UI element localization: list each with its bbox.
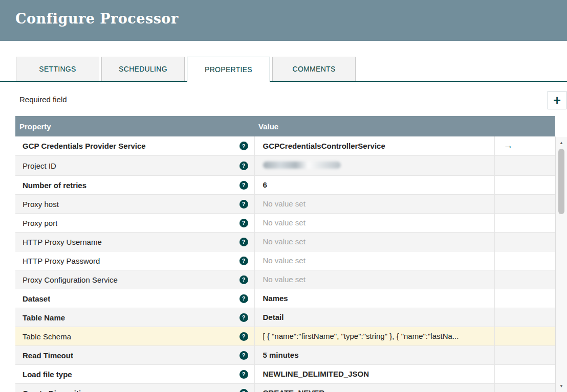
property-value[interactable]: No value set <box>263 218 306 227</box>
property-value[interactable]: No value set <box>263 237 306 246</box>
property-name: HTTP Proxy Password <box>23 257 100 265</box>
property-row[interactable]: GCP Credentials Provider Service ? GCPCr… <box>15 136 555 156</box>
tab-properties[interactable]: PROPERTIES <box>187 57 270 82</box>
property-value[interactable]: 5 minutes <box>263 351 299 359</box>
property-name: Proxy Configuration Service <box>23 275 118 284</box>
help-icon[interactable]: ? <box>239 275 248 284</box>
property-row[interactable]: Dataset ? Names <box>15 289 555 308</box>
actions-column-header <box>494 116 555 136</box>
value-column-header: Value <box>254 116 494 136</box>
property-value[interactable]: CREATE_NEVER <box>263 388 325 392</box>
property-name: Proxy port <box>23 219 57 227</box>
property-value[interactable]: Names <box>263 294 288 303</box>
help-icon[interactable]: ? <box>239 389 248 392</box>
property-name: Table Schema <box>23 332 71 341</box>
property-value[interactable]: [ { "name":"firstName", "type":"string" … <box>263 332 459 340</box>
redacted-value <box>263 162 341 169</box>
help-icon[interactable]: ? <box>239 219 248 227</box>
property-name: Load file type <box>23 370 72 379</box>
property-value[interactable]: No value set <box>263 199 306 208</box>
property-row[interactable]: Proxy host ? No value set <box>15 195 555 214</box>
required-field-label: Required field <box>19 95 67 104</box>
property-value[interactable]: Detail <box>263 313 284 321</box>
help-icon[interactable]: ? <box>239 294 248 303</box>
property-value[interactable]: No value set <box>263 275 306 284</box>
property-name: Table Name <box>23 313 65 322</box>
tab-label: SCHEDULING <box>119 65 167 73</box>
property-value[interactable]: GCPCredentialsControllerService <box>263 142 385 150</box>
tab-label: SETTINGS <box>39 65 76 73</box>
properties-table: Property Value GCP Credentials Provider … <box>15 116 556 392</box>
property-name: GCP Credentials Provider Service <box>23 142 146 150</box>
property-name: Number of retries <box>23 181 86 190</box>
property-row[interactable]: Table Name ? Detail <box>15 308 555 327</box>
dialog-title: Configure Processor <box>15 11 179 27</box>
property-name: Create Disposition <box>23 389 91 392</box>
property-name: Project ID <box>23 162 56 170</box>
help-icon[interactable]: ? <box>239 162 248 170</box>
help-icon[interactable]: ? <box>239 200 248 209</box>
property-row[interactable]: Project ID ? <box>15 156 555 176</box>
go-to-service-arrow-icon[interactable]: → <box>504 140 513 151</box>
help-icon[interactable]: ? <box>239 332 248 341</box>
vertical-scrollbar[interactable]: ▲ ▼ <box>555 137 567 392</box>
properties-table-body: GCP Credentials Provider Service ? GCPCr… <box>15 136 555 392</box>
scrollbar-thumb[interactable] <box>558 149 564 214</box>
dialog-header: Configure Processor <box>0 0 567 41</box>
property-name: Proxy host <box>23 200 59 209</box>
property-name: HTTP Proxy Username <box>23 238 102 246</box>
property-row[interactable]: HTTP Proxy Username ? No value set <box>15 233 555 251</box>
property-row[interactable]: HTTP Proxy Password ? No value set <box>15 251 555 270</box>
property-name: Dataset <box>23 294 50 303</box>
property-row[interactable]: Create Disposition ? CREATE_NEVER <box>15 384 555 392</box>
property-value[interactable]: No value set <box>263 256 306 265</box>
tab-comments[interactable]: COMMENTS <box>272 57 356 81</box>
property-value[interactable]: NEWLINE_DELIMITED_JSON <box>263 370 369 378</box>
property-row[interactable]: Number of retries ? 6 <box>15 176 555 195</box>
help-icon[interactable]: ? <box>239 351 248 360</box>
property-row[interactable]: Proxy Configuration Service ? No value s… <box>15 270 555 289</box>
tab-settings[interactable]: SETTINGS <box>16 57 99 81</box>
property-row[interactable]: Table Schema ? [ { "name":"firstName", "… <box>15 327 555 346</box>
property-value[interactable]: 6 <box>263 180 267 189</box>
help-icon[interactable]: ? <box>239 370 248 379</box>
property-column-header: Property <box>15 116 254 136</box>
tab-label: COMMENTS <box>292 65 335 73</box>
help-icon[interactable]: ? <box>239 257 248 265</box>
tab-scheduling[interactable]: SCHEDULING <box>101 57 185 81</box>
tab-label: PROPERTIES <box>205 65 252 74</box>
property-row[interactable]: Proxy port ? No value set <box>15 214 555 233</box>
property-row[interactable]: Read Timeout ? 5 minutes <box>15 346 555 365</box>
add-property-button[interactable]: + <box>548 91 566 109</box>
table-header-row: Property Value <box>15 116 555 136</box>
help-icon[interactable]: ? <box>239 238 248 246</box>
tab-bar: SETTINGS SCHEDULING PROPERTIES COMMENTS <box>0 57 567 82</box>
help-icon[interactable]: ? <box>239 142 248 150</box>
plus-icon: + <box>553 94 561 107</box>
property-name: Read Timeout <box>23 351 73 360</box>
property-row[interactable]: Load file type ? NEWLINE_DELIMITED_JSON <box>15 365 555 384</box>
scroll-down-icon[interactable]: ▼ <box>556 382 567 390</box>
help-icon[interactable]: ? <box>239 181 248 190</box>
scroll-up-icon[interactable]: ▲ <box>556 139 567 147</box>
help-icon[interactable]: ? <box>239 313 248 322</box>
